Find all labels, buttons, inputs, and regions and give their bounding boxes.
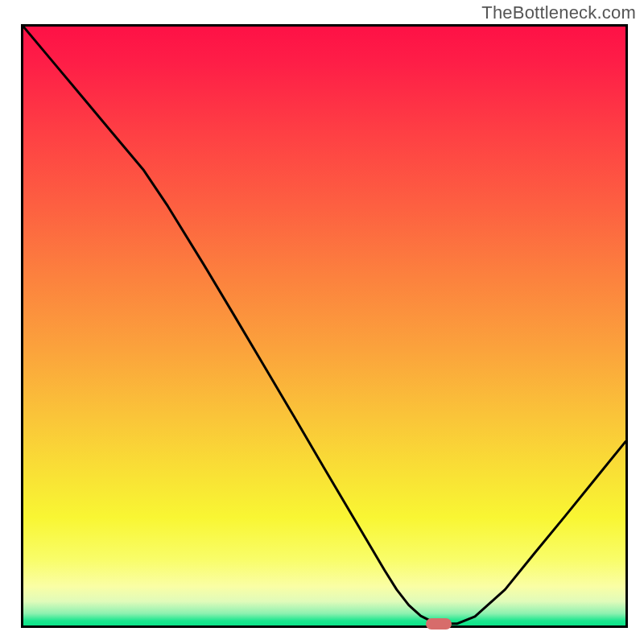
optimal-marker xyxy=(426,618,452,630)
plot-area xyxy=(21,24,628,628)
chart-container: TheBottleneck.com xyxy=(0,0,644,644)
watermark-text: TheBottleneck.com xyxy=(481,2,636,23)
bottleneck-curve xyxy=(23,27,625,625)
curve-path xyxy=(23,27,625,624)
